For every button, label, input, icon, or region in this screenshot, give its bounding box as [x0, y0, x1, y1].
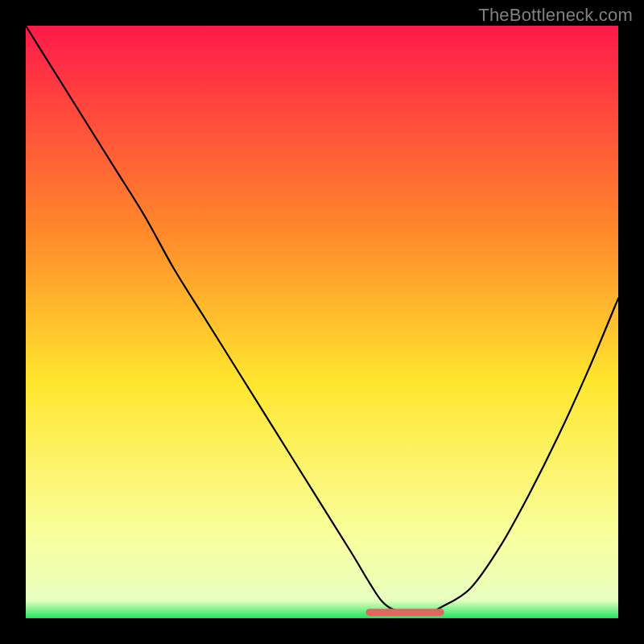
chart-frame: TheBottleneck.com [0, 0, 644, 644]
chart-svg [26, 26, 618, 618]
gradient-background [26, 26, 618, 618]
watermark-text: TheBottleneck.com [478, 5, 633, 26]
plot-area [26, 26, 618, 618]
